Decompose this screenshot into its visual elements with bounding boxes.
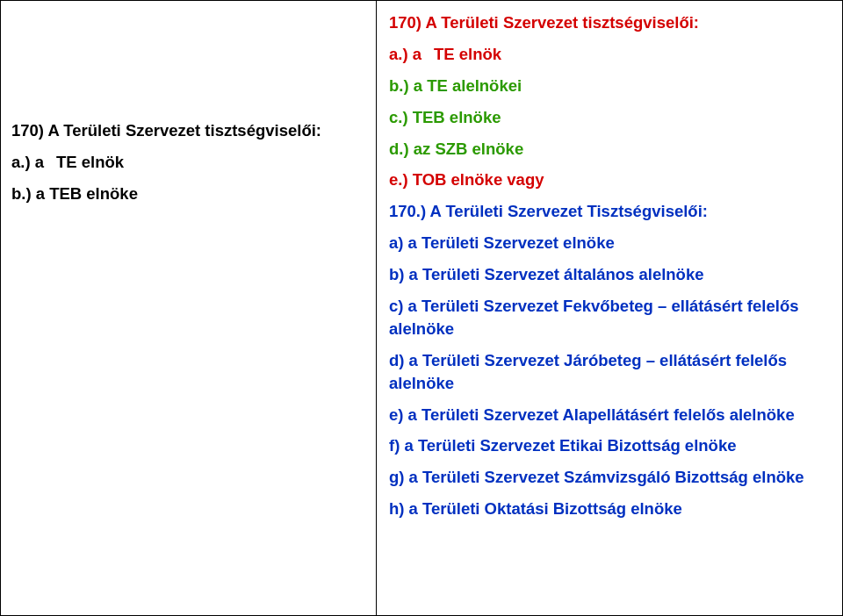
right-item-a-role: TE elnök xyxy=(434,45,501,63)
right-sub-h: h) a Területi Oktatási Bizottság elnöke xyxy=(389,498,832,520)
right-item-a: a.) aTE elnök xyxy=(389,43,832,66)
left-content-block: 170) A Területi Szervezet tisztségviselő… xyxy=(11,119,365,214)
right-item-b: b.) a TE alelnökei xyxy=(389,75,832,97)
right-sub-b: b) a Területi Szervezet általános alelnö… xyxy=(389,263,832,286)
right-subheading: 170.) A Területi Szervezet Tisztségvisel… xyxy=(389,200,832,223)
right-item-e: e.) TOB elnöke vagy xyxy=(389,168,832,191)
right-sub-a: a) a Területi Szervezet elnöke xyxy=(389,232,832,254)
left-item-b: b.) a TEB elnöke xyxy=(11,183,365,205)
left-heading: 170) A Területi Szervezet tisztségviselő… xyxy=(11,119,365,142)
right-sub-f: f) a Területi Szervezet Etikai Bizottság… xyxy=(389,434,832,457)
right-sub-c: c) a Területi Szervezet Fekvőbeteg – ell… xyxy=(389,295,832,340)
page-container: 170) A Területi Szervezet tisztségviselő… xyxy=(0,0,843,616)
right-sub-d: d) a Területi Szervezet Járóbeteg – ellá… xyxy=(389,349,832,395)
right-item-a-prefix: a.) a xyxy=(389,45,422,63)
right-item-c: c.) TEB elnöke xyxy=(389,106,832,129)
right-heading: 170) A Területi Szervezet tisztségviselő… xyxy=(389,11,832,34)
left-item-a: a.) aTE elnök xyxy=(11,151,365,174)
left-item-a-role: TE elnök xyxy=(56,153,124,171)
right-column: 170) A Területi Szervezet tisztségviselő… xyxy=(377,0,843,616)
right-sub-g: g) a Területi Szervezet Számvizsgáló Biz… xyxy=(389,466,832,489)
left-column: 170) A Területi Szervezet tisztségviselő… xyxy=(0,0,377,616)
left-item-a-prefix: a.) a xyxy=(11,153,44,171)
right-sub-e: e) a Területi Szervezet Alapellátásért f… xyxy=(389,404,832,426)
right-item-d: d.) az SZB elnöke xyxy=(389,138,832,161)
